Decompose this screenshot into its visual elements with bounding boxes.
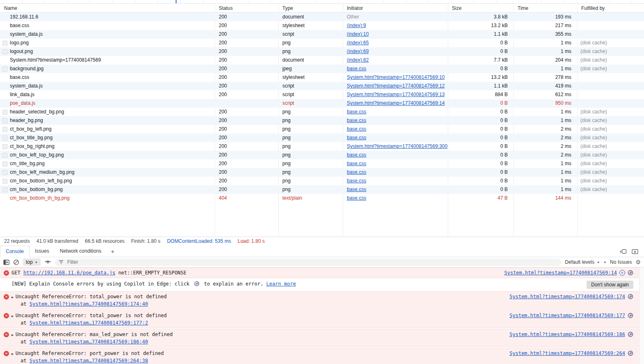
request-initiator[interactable]: base.css <box>347 117 366 123</box>
request-initiator[interactable]: base.css <box>347 126 366 132</box>
network-request-row[interactable]: ct_box_bg_right.png 200 png System.html?… <box>0 142 644 151</box>
tab-console[interactable]: Console <box>0 246 30 257</box>
source-link[interactable]: System.html?timestamp=1774008147569:186 <box>509 331 625 338</box>
at-label: at <box>21 320 26 326</box>
column-header-time[interactable]: Time <box>513 4 577 12</box>
request-initiator[interactable]: base.css <box>347 161 366 166</box>
stack-location-link[interactable]: System.html?timestam…774008147569:174:40 <box>30 301 148 307</box>
move-panel-icon[interactable] <box>620 249 627 254</box>
copilot-icon[interactable] <box>628 270 633 276</box>
tab-issues[interactable]: Issues <box>30 246 55 257</box>
network-request-row[interactable]: ct_box_bg_left.png 200 png base.css 0 B … <box>0 125 644 134</box>
request-fulfilled-by <box>577 21 644 30</box>
request-initiator[interactable]: (index):82 <box>347 57 369 63</box>
request-initiator[interactable]: System.html?timestamp=1774008147569:13 <box>347 92 445 97</box>
network-request-row[interactable]: cm_box_bottom_th_bg.png 404 text/plain b… <box>0 194 644 203</box>
dont-show-again-button[interactable]: Don't show again <box>587 281 633 289</box>
expand-icon[interactable]: ▶ <box>11 352 14 356</box>
network-request-row[interactable]: link_data.js 200 script System.html?time… <box>0 90 644 99</box>
network-request-row[interactable]: logout.png 200 png (index):69 0 B 1 ms (… <box>0 47 644 56</box>
request-initiator[interactable]: (index):10 <box>347 31 369 37</box>
request-initiator[interactable]: (index):69 <box>347 48 369 54</box>
request-name: system_data.js <box>10 30 43 39</box>
network-request-row[interactable]: cm_box_left_medium_bg.png 200 png base.c… <box>0 168 644 177</box>
network-overview-strip[interactable] <box>0 0 644 4</box>
network-request-row[interactable]: base.css 200 stylesheet System.html?time… <box>0 73 644 82</box>
column-header-initiator[interactable]: Initiator <box>343 4 448 12</box>
request-initiator[interactable]: base.css <box>347 169 366 175</box>
chevron-down-icon: ▼ <box>35 261 38 264</box>
request-initiator[interactable]: base.css <box>347 195 366 201</box>
source-link[interactable]: System.html?timestamp=1774008147569:174 <box>509 293 625 300</box>
request-initiator[interactable]: System.html?timestamp=1774008147569:10 <box>347 74 445 80</box>
network-request-row[interactable]: cm_title_bg.png 200 png base.css 0 B 1 m… <box>0 159 644 168</box>
column-header-size[interactable]: Size <box>448 4 513 12</box>
column-header-status[interactable]: Status <box>215 4 278 12</box>
copilot-icon[interactable] <box>628 350 633 356</box>
request-initiator[interactable]: System.html?timestamp=1774008147569:14 <box>347 100 445 106</box>
network-request-row[interactable]: cm_box_bottom_bg.png 200 png base.css 0 … <box>0 185 644 194</box>
console-scrollbar[interactable] <box>639 267 644 364</box>
expand-icon[interactable]: ▶ <box>11 295 14 299</box>
context-selector[interactable]: top ▼ <box>23 258 41 266</box>
network-request-row[interactable]: base.css 200 stylesheet (index):9 13.2 k… <box>0 21 644 30</box>
expand-icon[interactable]: ▶ <box>11 314 14 318</box>
network-request-row[interactable]: System.html?timestamp=1774008147569 200 … <box>0 56 644 65</box>
file-icon <box>2 101 7 106</box>
request-initiator[interactable]: base.css <box>347 178 366 184</box>
request-type: png <box>278 159 343 168</box>
request-initiator[interactable]: System.html?timestamp=1774008147569:12 <box>347 83 445 89</box>
network-request-row[interactable]: cm_box_bottom_left_bg.png 200 png base.c… <box>0 177 644 185</box>
column-header-name[interactable]: Name <box>0 4 215 12</box>
request-type: stylesheet <box>278 21 343 30</box>
chevron-down-icon[interactable]: ▼ <box>603 261 606 264</box>
network-request-row[interactable]: system_data.js 200 script (index):10 1.1… <box>0 30 644 39</box>
network-request-row[interactable]: background.jpg 200 jpeg base.css 0 B 1 m… <box>0 65 644 73</box>
copilot-icon[interactable] <box>628 313 633 318</box>
request-time: 193 ms <box>513 13 577 21</box>
clear-console-icon[interactable] <box>13 259 19 265</box>
stack-location-link[interactable]: System.html?timestam…1774008147569:177:2 <box>30 320 148 326</box>
network-request-row[interactable]: 192.168.11.6 200 document Other 3.8 kB 1… <box>0 13 644 21</box>
network-request-row[interactable]: header_bg.png 200 png base.css 0 B 1 ms … <box>0 116 644 125</box>
add-tab-icon[interactable]: + <box>107 246 119 257</box>
source-link[interactable]: System.html?timestamp=1774008147569:177 <box>509 312 625 319</box>
show-request-icon[interactable]: ⇅ <box>619 270 625 276</box>
issues-counter[interactable]: No Issues <box>610 259 632 265</box>
request-initiator[interactable]: base.css <box>347 152 366 158</box>
stack-location-link[interactable]: System.html?timestam…774008147569:186:40 <box>30 339 148 345</box>
live-expression-eye-icon[interactable] <box>44 260 51 265</box>
source-link[interactable]: System.html?timestamp=1774008147569:14 <box>504 270 617 276</box>
copilot-icon[interactable] <box>628 332 633 337</box>
stack-location-link[interactable]: System.html?timestam…774008147569:264:38 <box>30 358 148 364</box>
console-filter-field[interactable] <box>55 259 561 266</box>
request-initiator[interactable]: base.css <box>347 135 366 141</box>
request-initiator[interactable]: System.html?timestamp=1774008147569:300 <box>347 143 447 149</box>
learn-more-link[interactable]: Learn more <box>266 281 296 287</box>
request-url-link[interactable]: http://192.168.11.6/poe_data.js <box>23 270 115 276</box>
request-name: base.css <box>10 73 29 82</box>
request-initiator[interactable]: (index):9 <box>347 23 366 28</box>
network-request-row[interactable]: poe_data.js script System.html?timestamp… <box>0 99 644 108</box>
column-header-fulfilled-by[interactable]: Fulfilled by <box>577 4 644 12</box>
request-name: cm_box_left_top_bg.png <box>10 151 64 159</box>
network-request-row[interactable]: header_selected_bg.png 200 png base.css … <box>0 108 644 116</box>
dock-drawer-icon[interactable] <box>632 249 638 254</box>
source-link[interactable]: System.html?timestamp=1774008147569:264 <box>509 350 625 357</box>
tab-network-conditions[interactable]: Network conditions <box>55 246 107 257</box>
request-initiator[interactable]: base.css <box>347 109 366 115</box>
network-request-row[interactable]: system_data.js 200 script System.html?ti… <box>0 82 644 90</box>
default-levels-dropdown[interactable]: Default levels ▼ <box>565 259 600 265</box>
request-initiator[interactable]: base.css <box>347 187 366 192</box>
filter-input[interactable] <box>66 259 558 265</box>
network-request-row[interactable]: ct_box_title_bg.png 200 png base.css 0 B… <box>0 134 644 142</box>
console-sidebar-icon[interactable] <box>3 260 9 265</box>
request-initiator[interactable]: (index):65 <box>347 40 369 46</box>
copilot-icon[interactable] <box>628 294 633 299</box>
request-initiator[interactable]: base.css <box>347 66 366 71</box>
network-request-row[interactable]: logo.png 200 png (index):65 0 B 1 ms (di… <box>0 39 644 47</box>
column-header-type[interactable]: Type <box>278 4 343 12</box>
network-request-row[interactable]: cm_box_left_top_bg.png 200 png base.css … <box>0 151 644 159</box>
gear-icon[interactable]: ⚙ <box>635 259 641 265</box>
expand-icon[interactable]: ▶ <box>11 333 14 337</box>
